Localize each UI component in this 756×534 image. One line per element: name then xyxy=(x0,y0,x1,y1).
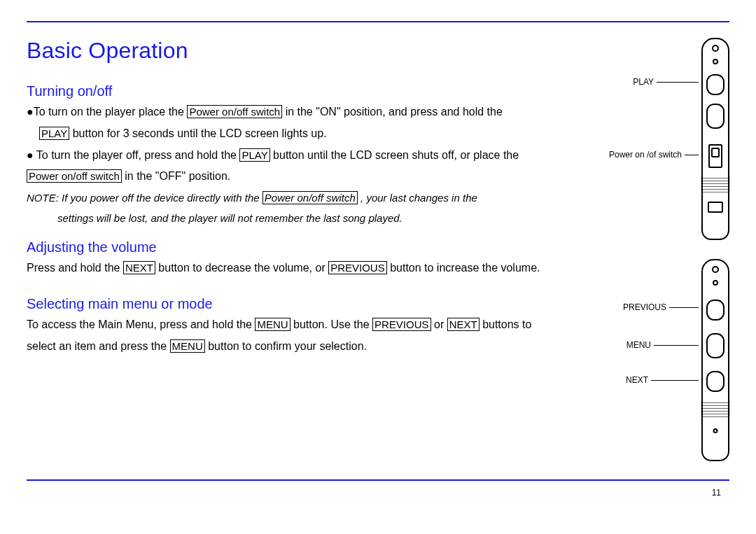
play-box: PLAY xyxy=(39,127,69,140)
previous-box: PREVIOUS xyxy=(328,261,387,274)
grip-icon xyxy=(701,176,730,192)
rec-button-icon xyxy=(706,104,724,129)
menu-button-icon xyxy=(706,333,724,358)
grip-icon-2 xyxy=(701,400,730,417)
device-diagram-top: PLAY Power on /of switch xyxy=(607,38,729,248)
note-power-switch-box: Power on/off switch xyxy=(262,191,358,204)
previous-box-2: PREVIOUS xyxy=(372,318,431,331)
usb-port-icon xyxy=(708,202,723,213)
diagram-column: PLAY Power on /of switch PR xyxy=(607,38,729,469)
next-button-icon xyxy=(706,371,724,392)
turning-para2-line1: ● To turn the player off, press and hold… xyxy=(27,147,601,164)
device-diagram-bottom: PREVIOUS MENU NEXT xyxy=(607,259,729,469)
heading-menu: Selecting main menu or mode xyxy=(27,296,601,312)
next-box: NEXT xyxy=(123,261,155,274)
callout-menu: MENU xyxy=(626,340,699,350)
section-menu: Selecting main menu or mode To access th… xyxy=(27,296,601,356)
play-box-2: PLAY xyxy=(239,148,270,162)
page-number: 11 xyxy=(712,488,721,498)
power-switch-box: Power on/off switch xyxy=(187,105,282,118)
heading-volume: Adjusting the volume xyxy=(27,239,601,255)
volume-para: Press and hold the NEXT button to decrea… xyxy=(27,260,601,277)
text-column: Basic Operation Turning on/off ●To turn … xyxy=(27,38,607,368)
callout-previous: PREVIOUS xyxy=(623,302,699,312)
next-box-2: NEXT xyxy=(447,318,479,331)
turning-para1-line2: PLAY button for 3 seconds until the LCD … xyxy=(27,125,601,143)
turning-note-line2: settings will be lost, and the player wi… xyxy=(27,210,601,226)
callout-power-switch: Power on /of switch xyxy=(609,150,699,160)
power-switch-icon xyxy=(708,144,722,168)
lanyard-hole-icon xyxy=(712,45,719,52)
top-rule xyxy=(27,21,729,22)
turning-para2-line2: Power on/off switch in the "OFF" positio… xyxy=(27,168,601,185)
menu-box-1: MENU xyxy=(255,318,290,331)
lanyard-hole-icon-2 xyxy=(712,266,719,273)
turning-para1-line1: ●To turn on the player place the Power o… xyxy=(27,104,601,121)
page-title: Basic Operation xyxy=(27,38,601,64)
turning-note-line1: NOTE: If you power off the device direct… xyxy=(27,190,601,206)
callout-next: NEXT xyxy=(626,375,699,385)
jack-icon-2 xyxy=(713,280,718,286)
section-turning: Turning on/off ●To turn on the player pl… xyxy=(27,83,601,227)
menu-box-2: MENU xyxy=(170,339,205,353)
bottom-rule xyxy=(27,479,729,481)
callout-play: PLAY xyxy=(633,77,699,87)
play-button-icon xyxy=(706,74,724,95)
device-outline-bottom xyxy=(701,259,729,461)
power-switch-box-2: Power on/off switch xyxy=(27,169,122,183)
jack-icon xyxy=(713,59,718,64)
menu-para-line2: select an item and press the MENU button… xyxy=(27,338,601,356)
section-volume: Adjusting the volume Press and hold the … xyxy=(27,239,601,277)
menu-para-line1: To access the Main Menu, press and hold … xyxy=(27,316,601,334)
device-outline-top xyxy=(701,38,729,240)
heading-turning: Turning on/off xyxy=(27,83,601,99)
previous-button-icon xyxy=(706,300,724,321)
mic-icon xyxy=(713,428,718,433)
